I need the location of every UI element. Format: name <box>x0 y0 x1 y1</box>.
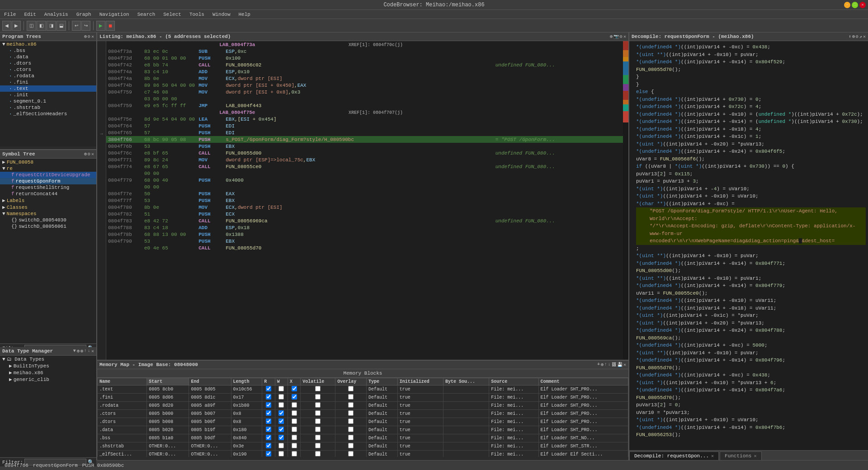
menu-window[interactable]: Window <box>211 12 232 17</box>
memory-checkbox[interactable] <box>315 394 321 400</box>
dtm-icon4[interactable]: ↑ <box>84 348 87 354</box>
dtm-icon3[interactable]: ⊗ <box>80 348 83 354</box>
memory-checkbox[interactable] <box>315 451 321 456</box>
memory-table-row[interactable]: .ctors0805 b0000805 b0070x8DefaulttrueFi… <box>98 410 628 418</box>
pt-close-icon[interactable]: ✕ <box>91 34 94 39</box>
memory-checkbox[interactable] <box>348 386 354 391</box>
minimize-button[interactable]: − <box>844 2 850 8</box>
decompile-content[interactable]: *(undefined4 *)((int)piVar14 + -0xc) = 0… <box>629 41 868 450</box>
tb-redo[interactable]: ↪ <box>81 21 90 31</box>
tb-btn-2[interactable]: ◧ <box>37 21 46 31</box>
memory-table-row[interactable]: .text0805 8cb00805 8d050x10c56Defaulttru… <box>98 385 628 394</box>
listing-settings-icon[interactable]: ⚙ <box>620 34 623 39</box>
st-settings-icon[interactable]: ⚙ <box>88 151 90 157</box>
mm-split-icon[interactable]: ⊕ <box>601 362 604 367</box>
dc-export-icon[interactable]: ⬆ <box>849 34 851 39</box>
col-bytesrc[interactable]: Byte Sou... <box>443 378 489 385</box>
dc-popout-icon[interactable]: ↗ <box>859 34 862 39</box>
mm-save-icon[interactable]: 💾 <box>617 362 623 367</box>
col-end[interactable]: End <box>189 378 231 385</box>
menu-search[interactable]: Search <box>136 12 157 17</box>
memory-checkbox[interactable] <box>348 443 354 448</box>
menu-graph[interactable]: Graph <box>75 12 93 17</box>
memory-checkbox[interactable] <box>278 394 284 400</box>
tree-root[interactable]: ▼ meihao.x86 <box>0 41 96 47</box>
menu-analysis[interactable]: Analysis <box>42 12 70 17</box>
menu-edit[interactable]: Edit <box>22 12 38 17</box>
dtm-icon2[interactable]: ⊕ <box>77 348 80 354</box>
memory-checkbox[interactable] <box>292 386 297 391</box>
st-requestshell[interactable]: f requestShellString <box>0 184 96 191</box>
memory-checkbox[interactable] <box>348 410 354 416</box>
dc-settings-icon[interactable]: ⚙ <box>856 34 859 39</box>
dtm-datatypes[interactable]: ▼ 🗂 Data Types <box>0 356 96 362</box>
memory-checkbox[interactable] <box>266 386 271 391</box>
col-init[interactable]: Initialized <box>397 378 443 385</box>
memory-table-row[interactable]: .bss0805 b1a00805 b9df0x840DefaulttrueFi… <box>98 434 628 442</box>
menu-tools[interactable]: Tools <box>188 12 206 17</box>
st-fun08058[interactable]: ▶ FUN_08058 <box>0 159 96 165</box>
col-type[interactable]: Type <box>367 378 398 385</box>
col-r[interactable]: R <box>262 378 275 385</box>
st-classes[interactable]: ▶ Classes <box>0 204 96 211</box>
memory-checkbox[interactable] <box>315 410 321 416</box>
tree-ctors[interactable]: · .ctors <box>0 66 96 73</box>
tree-elfsh[interactable]: · _elfSectionHeaders <box>0 111 96 117</box>
dtm-builtintypes[interactable]: ▶ BuiltInTypes <box>0 362 96 369</box>
tb-run[interactable]: ▶ <box>96 21 105 31</box>
memory-checkbox[interactable] <box>278 443 284 448</box>
mm-add-icon[interactable]: + <box>597 362 600 367</box>
mm-down-icon[interactable]: ↓ <box>608 362 611 367</box>
st-switchd2[interactable]: {} switchD_08056061 <box>0 223 96 230</box>
col-start[interactable]: Start <box>147 378 189 385</box>
tree-fini[interactable]: · .fini <box>0 79 96 85</box>
memory-checkbox[interactable] <box>348 394 354 400</box>
pt-settings-icon[interactable]: ⚙ <box>88 34 90 39</box>
tab-decompile[interactable]: Decompile: requestGpon... ✕ <box>629 451 719 460</box>
menu-help[interactable]: Help <box>237 12 252 17</box>
tab-functions-close[interactable]: ✕ <box>754 453 756 459</box>
memory-checkbox[interactable] <box>278 435 284 440</box>
memory-checkbox[interactable] <box>266 427 271 432</box>
memory-checkbox[interactable] <box>266 435 271 440</box>
st-re[interactable]: ▼ re <box>0 165 96 172</box>
menu-select[interactable]: Select <box>161 12 183 17</box>
dtm-meihao[interactable]: ▶ meihao.x86 <box>0 369 96 376</box>
memory-table-container[interactable]: Name Start End Length R W X Volatile Ove… <box>97 378 628 457</box>
st-returnconcat[interactable]: f returnConcat44 <box>0 191 96 197</box>
memory-checkbox[interactable] <box>278 451 284 456</box>
tab-decompile-close[interactable]: ✕ <box>711 453 714 459</box>
st-switchd1[interactable]: {} switchD_08054030 <box>0 217 96 223</box>
memory-checkbox[interactable] <box>315 418 321 424</box>
col-length[interactable]: Length <box>231 378 262 385</box>
memory-checkbox[interactable] <box>315 386 321 391</box>
col-source[interactable]: Source <box>489 378 538 385</box>
listing-camera-icon[interactable]: 📷 <box>613 34 619 39</box>
tree-rodata[interactable]: · .rodata <box>0 73 96 79</box>
tree-text[interactable]: · .text <box>0 85 96 92</box>
tree-data[interactable]: · .data <box>0 54 96 60</box>
tree-shstrtab[interactable]: · .shstrtab <box>0 104 96 111</box>
tree-seg01[interactable]: · segment_0.1 <box>0 98 96 104</box>
col-volatile[interactable]: Volatile <box>301 378 335 385</box>
memory-table-row[interactable]: .rodata0805 8d200805 a89f0x1b80Defaulttr… <box>98 402 628 410</box>
memory-table-row[interactable]: _elfSecti...OTHER:0...OTHER:0...0x190Def… <box>98 451 628 457</box>
col-overlay[interactable]: Overlay <box>335 378 367 385</box>
st-namespaces[interactable]: ▼ Namespaces <box>0 211 96 217</box>
memory-checkbox[interactable] <box>348 418 354 424</box>
memory-checkbox[interactable] <box>266 451 271 456</box>
memory-checkbox[interactable] <box>266 443 271 448</box>
memory-table-row[interactable]: .shstrtabOTHER:0...OTHER:0...0x3eDefault… <box>98 442 628 451</box>
memory-checkbox[interactable] <box>266 418 271 424</box>
mm-img-icon[interactable]: 🖼 <box>612 362 616 367</box>
mm-close-icon[interactable]: ✕ <box>623 362 626 367</box>
memory-checkbox[interactable] <box>292 451 297 456</box>
memory-checkbox[interactable] <box>315 427 321 432</box>
tb-stop[interactable]: ◼ <box>106 21 115 31</box>
memory-checkbox[interactable] <box>315 435 321 440</box>
memory-checkbox[interactable] <box>278 402 284 408</box>
tree-init[interactable]: · .init <box>0 92 96 98</box>
memory-checkbox[interactable] <box>292 418 297 424</box>
dtm-icon1[interactable]: ▼ <box>73 348 76 354</box>
listing-main[interactable]: LAB_0804f73a XREF[1]: 0804f70c(j) 0804f7… <box>106 41 623 360</box>
